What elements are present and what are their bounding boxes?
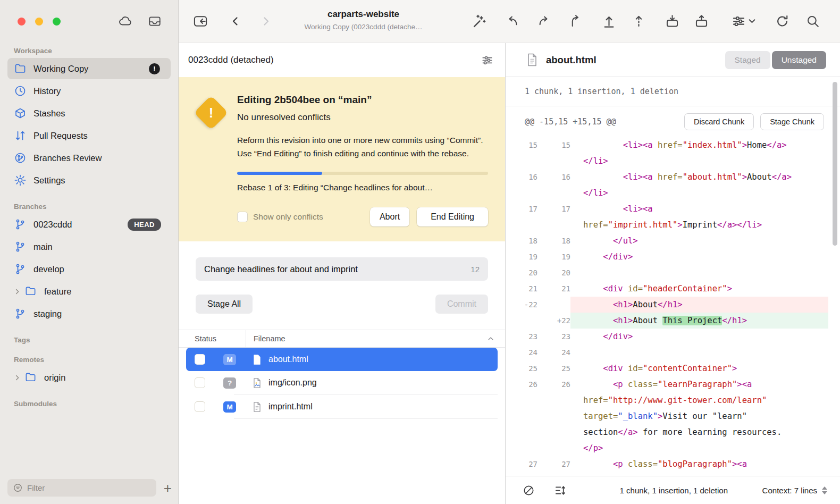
commit-message-field[interactable]: 12 [196,257,488,281]
apply-stash-icon[interactable] [694,14,709,28]
sidebar-item-settings[interactable]: Settings [7,170,171,191]
file-name: img/icon.png [268,378,317,388]
context-lines-stepper[interactable]: Context: 7 lines [762,486,827,495]
sidebar-tree: Workspace Working Copy ! History Stashes… [0,44,178,472]
back-icon[interactable] [229,15,242,28]
file-row-img-icon-png[interactable]: ? img/icon.png [186,371,498,394]
checkout-icon[interactable] [505,14,519,28]
folder-icon [24,285,37,298]
diff-line[interactable]: 2626 <p class="learnParagraph"><a href="… [506,376,828,456]
staged-unstaged-toggle: Staged Unstaged [725,51,827,69]
discard-chunk-button[interactable]: Discard Chunk [684,113,754,130]
diff-file-title: about.html [546,54,597,66]
filter-options-icon[interactable] [481,54,493,66]
pull-icon[interactable] [602,14,616,28]
local-repositories-icon[interactable] [147,14,162,28]
cloud-services-icon[interactable] [117,14,133,28]
sidebar-item-label: origin [44,373,65,383]
sidebar-item-pull-requests[interactable]: Pull Requests [7,125,171,146]
diff-line[interactable]: 2525 <div id="contentContainer"> [506,360,828,376]
search-icon[interactable] [806,14,820,28]
diff-line[interactable]: 1919 </div> [506,249,828,265]
new-line-number: 27 [537,456,570,476]
stage-checkbox[interactable] [195,401,205,412]
sidebar-branch-develop[interactable]: develop [7,258,171,280]
code-line: <p class="blogParagraph"><a href="https:… [570,456,828,476]
diff-line[interactable]: 2020 [506,265,828,281]
stash-icon[interactable] [665,14,679,28]
chevron-right-icon[interactable] [14,288,21,295]
commit-message-input[interactable] [204,264,465,274]
sidebar-branch-0023cddd[interactable]: 0023cddd HEAD [7,214,171,235]
close-button[interactable] [18,18,26,26]
sidebar-filter-field[interactable] [7,479,156,497]
sidebar-item-working-copy[interactable]: Working Copy ! [7,58,171,79]
rebase-notice-body: Reform this revision into one or more ne… [237,133,488,160]
stash-box-icon [14,107,27,120]
old-line-number: 27 [506,456,537,476]
forward-icon[interactable] [259,15,272,28]
sidebar-item-label: main [33,242,53,252]
refresh-icon[interactable] [775,14,789,28]
stage-chunk-button[interactable]: Stage Chunk [760,113,824,130]
stepper-icon[interactable] [822,486,827,494]
stage-checkbox[interactable] [195,377,205,388]
sidebar-remote-origin[interactable]: origin [7,367,171,388]
diff-line[interactable]: +22 <h1>About This Project</h1> [506,313,828,329]
code-line: </ul> [570,233,828,249]
diff-line[interactable]: 1717 <li><a href="imprint.html">Imprint<… [506,201,828,233]
chevron-down-icon[interactable] [749,18,755,24]
ignore-whitespace-icon[interactable] [523,484,535,497]
end-editing-button[interactable]: End Editing [417,207,488,226]
view-options-icon[interactable] [732,14,746,28]
line-spacing-icon[interactable] [554,484,566,497]
filename-column-header[interactable]: Filename [246,330,487,347]
code-line: </div> [570,249,828,265]
stage-all-button[interactable]: Stage All [196,295,253,314]
sidebar-item-label: feature [44,287,71,297]
folder-icon [24,371,37,384]
diff-line[interactable]: 1818 </ul> [506,233,828,249]
diff-line[interactable]: 1616 <li><a href="about.html">About</a><… [506,169,828,201]
diff-line[interactable]: 1515 <li><a href="index.html">Home</a></… [506,137,828,169]
diff-line[interactable]: 2121 <div id="headerContainer"> [506,281,828,297]
unstaged-tab[interactable]: Unstaged [772,51,826,69]
diff-line[interactable]: 2727 <p class="blogParagraph"><a href="h… [506,456,828,476]
zoom-button[interactable] [53,18,61,26]
file-table-header[interactable]: Status Filename [179,330,505,348]
diff-line[interactable]: 2424 [506,345,828,360]
status-column-header[interactable]: Status [195,334,246,343]
show-only-conflicts-checkbox[interactable] [237,212,248,222]
file-row-imprint-html[interactable]: M imprint.html [186,395,498,418]
sidebar-folder-feature[interactable]: feature [7,281,171,302]
add-repository-button[interactable]: + [164,481,172,495]
sidebar-branch-main[interactable]: main [7,236,171,257]
rebase-icon[interactable] [569,14,583,28]
sidebar-branch-staging[interactable]: staging [7,303,171,324]
file-row-about-html[interactable]: M about.html [186,348,498,371]
chunk-header: @@ -15,15 +15,15 @@ [525,117,616,127]
repository-title: carparts-website [272,9,455,20]
commit-button[interactable]: Commit [435,295,488,314]
old-line-number: 25 [506,360,537,376]
status-badge-untracked: ? [223,377,236,389]
sort-chevron-icon[interactable] [487,335,494,342]
sidebar-item-stashes[interactable]: Stashes [7,103,171,124]
chevron-right-icon[interactable] [14,374,21,381]
quick-actions-icon[interactable] [472,14,487,29]
new-line-number: 15 [537,137,570,169]
stage-checkbox[interactable] [195,354,205,365]
minimize-button[interactable] [35,18,43,26]
push-icon[interactable] [632,14,646,28]
merge-icon[interactable] [537,14,551,28]
sidebar-item-history[interactable]: History [7,80,171,102]
abort-button[interactable]: Abort [370,207,409,226]
staged-tab[interactable]: Staged [725,51,770,69]
diff-line[interactable]: 2323 </div> [506,329,828,345]
old-line-number: 26 [506,376,537,456]
diff-line[interactable]: -22 <h1>About</h1> [506,297,828,313]
scrollbar-thumb[interactable] [833,82,837,246]
filter-input[interactable] [27,483,151,492]
sidebar-toggle-icon[interactable] [193,14,208,29]
sidebar-item-branches-review[interactable]: Branches Review [7,147,171,169]
